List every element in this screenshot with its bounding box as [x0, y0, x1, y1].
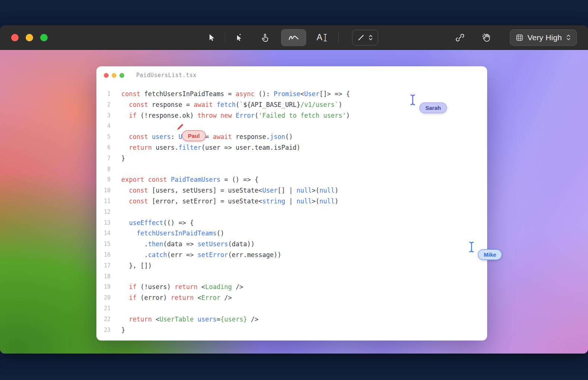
- cursor-sparkle-icon: [234, 33, 243, 42]
- editor-minimize-button[interactable]: [112, 73, 116, 78]
- code-text: if (error) return <Error />: [111, 292, 232, 303]
- code-line: 8: [96, 164, 487, 175]
- code-text: }: [111, 325, 125, 336]
- line-number: 11: [96, 196, 111, 207]
- code-text: useEffect(() => {: [111, 218, 194, 228]
- code-text: export const PaidTeamUsers = () => {: [111, 174, 259, 185]
- code-line: 7}: [96, 153, 487, 164]
- code-text: }: [111, 153, 125, 164]
- code-text: [111, 271, 121, 282]
- code-text: if (!response.ok) throw new Error('Faile…: [111, 110, 350, 121]
- close-button[interactable]: [11, 34, 19, 41]
- follow-cursor-tool-button[interactable]: [230, 29, 247, 46]
- grid-icon: [516, 34, 523, 41]
- file-title: PaidUsersList.tsx: [136, 72, 196, 79]
- code-line: 4: [96, 121, 487, 132]
- line-number: 20: [96, 292, 111, 303]
- line-number: 14: [96, 228, 111, 239]
- code-line: 11 const [error, setError] = useState<st…: [96, 196, 487, 207]
- editor-zoom-button[interactable]: [119, 73, 124, 78]
- stroke-width-dropdown[interactable]: [352, 30, 378, 45]
- code-line: 16 .catch(err => setError(err.message)): [96, 250, 487, 260]
- line-number: 6: [96, 142, 111, 153]
- draw-tool-button[interactable]: [281, 29, 306, 46]
- copy-link-button[interactable]: [452, 29, 468, 46]
- line-number: 23: [96, 325, 111, 336]
- paul-pencil-cursor-icon: [173, 121, 186, 135]
- window-controls: [11, 25, 48, 50]
- code-text: const fetchUsersInPaidTeams = async (): …: [111, 89, 350, 99]
- code-text: .then(data => setUsers(data)): [111, 239, 255, 250]
- screen-share-window: A: [0, 25, 588, 354]
- code-line: 23}: [96, 325, 487, 336]
- shared-screen-stage: PaidUsersList.tsx 1const fetchUsersInPai…: [0, 50, 588, 354]
- code-text: [111, 121, 121, 132]
- text-tool-letter: A: [317, 32, 322, 42]
- line-number: 3: [96, 110, 111, 121]
- collaborator-label-mike: Mike: [478, 249, 502, 260]
- pen-scribble-icon: [287, 33, 300, 42]
- code-text: [111, 164, 121, 175]
- code-text: .catch(err => setError(err.message)): [111, 250, 281, 260]
- code-line: 17 }, []): [96, 260, 487, 271]
- code-line: 14 fetchUsersInPaidTeams(): [96, 228, 487, 239]
- tool-group: A: [203, 25, 378, 50]
- line-number: 17: [96, 260, 111, 271]
- stroke-width-icon: [357, 34, 365, 41]
- pointing-hand-icon: [260, 32, 271, 43]
- toolbar-right-group: Very High: [452, 25, 577, 50]
- cursor-tool-button[interactable]: [203, 29, 220, 46]
- reaction-button[interactable]: [479, 29, 495, 46]
- line-number: 13: [96, 218, 111, 228]
- code-text: [111, 207, 121, 218]
- line-number: 19: [96, 282, 111, 292]
- code-text: return users.filter(user => user.team.is…: [111, 142, 300, 153]
- editor-header: PaidUsersList.tsx: [96, 66, 487, 84]
- link-icon: [455, 33, 465, 42]
- line-number: 1: [96, 89, 111, 99]
- collaborator-label-sarah: Sarah: [419, 102, 447, 113]
- code-line: 10 const [users, setUsers] = useState<Us…: [96, 185, 487, 196]
- code-line: 15 .then(data => setUsers(data)): [96, 239, 487, 250]
- quality-label: Very High: [527, 33, 562, 42]
- line-number: 9: [96, 174, 111, 185]
- cursor-arrow-icon: [207, 33, 216, 42]
- code-line: 21: [96, 303, 487, 314]
- chevron-up-down-icon: [368, 34, 373, 41]
- waving-hand-icon: [482, 32, 492, 43]
- code-line: 19 if (!users) return <Loading />: [96, 282, 487, 292]
- line-number: 8: [96, 164, 111, 175]
- zoom-button[interactable]: [40, 34, 48, 41]
- code-text: if (!users) return <Loading />: [111, 282, 243, 292]
- code-line: 13 useEffect(() => {: [96, 218, 487, 228]
- hand-tool-button[interactable]: [257, 29, 274, 46]
- line-number: 18: [96, 271, 111, 282]
- quality-dropdown[interactable]: Very High: [510, 29, 577, 46]
- code-text: const [users, setUsers] = useState<User[…: [111, 185, 339, 196]
- minimize-button[interactable]: [26, 34, 33, 41]
- line-number: 5: [96, 132, 111, 142]
- sarah-text-cursor-icon: [409, 94, 416, 108]
- line-number: 2: [96, 99, 111, 110]
- line-number: 15: [96, 239, 111, 250]
- code-line: 18: [96, 271, 487, 282]
- code-line: 22 return <UserTable users={users} />: [96, 314, 487, 325]
- line-number: 16: [96, 250, 111, 260]
- code-lines: 1const fetchUsersInPaidTeams = async ():…: [96, 84, 487, 335]
- line-number: 22: [96, 314, 111, 325]
- code-text: fetchUsersInPaidTeams(): [111, 228, 224, 239]
- code-line: 12: [96, 207, 487, 218]
- mike-text-cursor-icon: [468, 241, 475, 255]
- text-tool-button[interactable]: A: [314, 29, 330, 46]
- toolbar-divider: [338, 33, 339, 42]
- code-line: 20 if (error) return <Error />: [96, 292, 487, 303]
- code-text: return <UserTable users={users} />: [111, 314, 259, 325]
- editor-close-button[interactable]: [104, 73, 109, 78]
- line-number: 4: [96, 121, 111, 132]
- code-line: 1const fetchUsersInPaidTeams = async ():…: [96, 89, 487, 99]
- code-text: }, []): [111, 260, 152, 271]
- code-line: 9export const PaidTeamUsers = () => {: [96, 174, 487, 185]
- ibeam-icon: [323, 34, 327, 42]
- toolbar: A: [0, 25, 588, 50]
- line-number: 21: [96, 303, 111, 314]
